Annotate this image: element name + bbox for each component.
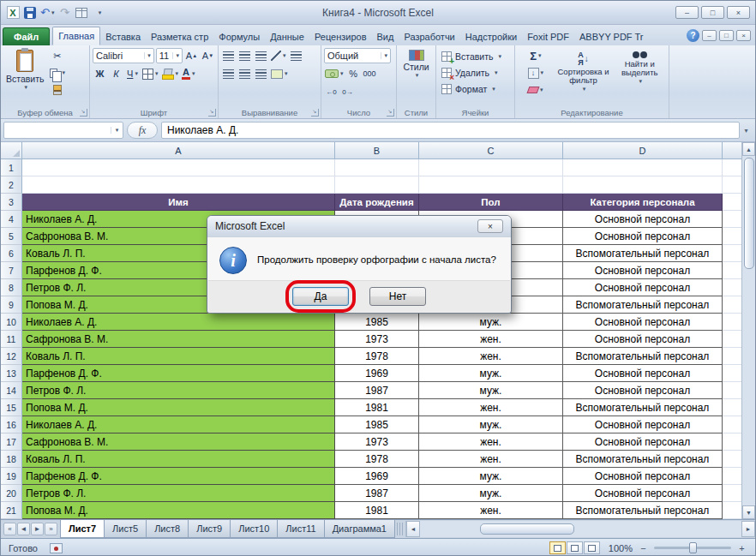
align-top-button[interactable] (221, 48, 236, 63)
cell-A18[interactable]: Коваль Л. П. (22, 451, 335, 468)
row-header-1[interactable]: 1 (1, 159, 22, 176)
column-header-B[interactable]: B (335, 142, 419, 159)
workbook-close-button[interactable]: × (736, 30, 751, 41)
cell-C14[interactable]: муж. (419, 382, 563, 399)
increase-decimal-button[interactable]: ←0 (324, 84, 339, 99)
insert-function-button[interactable]: fx (127, 122, 158, 139)
cell-E15[interactable] (723, 399, 743, 416)
cell-A17[interactable]: Сафронова В. М. (22, 433, 335, 451)
cell-E18[interactable] (723, 451, 743, 468)
cell-A10[interactable]: Николаев А. Д. (22, 314, 335, 331)
prev-sheet-icon[interactable]: ◄ (17, 523, 30, 535)
orientation-button[interactable]: ▾ (270, 48, 287, 63)
cell-B13[interactable]: 1969 (335, 365, 419, 382)
fill-button[interactable]: ↓▾ (518, 65, 554, 81)
ribbon-tab-Данные[interactable]: Данные (265, 28, 309, 45)
redo-button[interactable]: ↷ (57, 5, 71, 21)
percent-style-button[interactable]: % (346, 66, 361, 81)
font-color-button[interactable]: А▾ (181, 66, 195, 81)
excel-app-icon[interactable]: X (6, 5, 20, 21)
cell-C21[interactable]: жен. (419, 502, 563, 519)
wrap-text-button[interactable] (289, 48, 303, 63)
cell-D19[interactable]: Основной персонал (563, 468, 723, 485)
row-header-8[interactable]: 8 (1, 279, 22, 296)
first-sheet-icon[interactable]: « (3, 523, 16, 535)
row-header-10[interactable]: 10 (1, 314, 22, 331)
dialog-close-icon[interactable]: × (477, 219, 503, 233)
cell-B10[interactable]: 1985 (335, 314, 419, 331)
cell-E5[interactable] (723, 228, 743, 245)
cell-D14[interactable]: Основной персонал (563, 382, 723, 399)
close-button[interactable]: × (727, 6, 750, 19)
sheet-tab-Лист9[interactable]: Лист9 (188, 520, 231, 538)
grow-font-button[interactable]: А▲ (184, 48, 199, 63)
find-select-button[interactable]: Найти и выделить ▾ (613, 48, 666, 106)
cell-B18[interactable]: 1978 (335, 451, 419, 468)
cell-D9[interactable]: Вспомогательный персонал (563, 296, 723, 314)
ribbon-tab-Надстройки[interactable]: Надстройки (460, 28, 522, 45)
italic-button[interactable]: К (109, 66, 123, 81)
row-header-15[interactable]: 15 (1, 399, 22, 416)
column-header-partial[interactable] (723, 142, 743, 159)
cell-E12[interactable] (723, 348, 743, 365)
copy-button[interactable]: ▾ (49, 65, 67, 81)
cell-B21[interactable]: 1981 (335, 502, 419, 519)
cell-C16[interactable]: муж. (419, 416, 563, 433)
cell-E21[interactable] (723, 502, 743, 519)
cell-A20[interactable]: Петров Ф. Л. (22, 485, 335, 502)
horizontal-scrollbar[interactable]: ◄ ► (405, 521, 755, 537)
cell-B2[interactable] (335, 176, 419, 194)
cell-B14[interactable]: 1987 (335, 382, 419, 399)
cell-A15[interactable]: Попова М. Д. (22, 399, 335, 416)
cell-D20[interactable]: Основной персонал (563, 485, 723, 502)
cell-A11[interactable]: Сафронова В. М. (22, 331, 335, 348)
sheet-tab-Лист8[interactable]: Лист8 (146, 520, 189, 538)
zoom-slider-thumb[interactable] (689, 542, 697, 553)
cell-A13[interactable]: Парфенов Д. Ф. (22, 365, 335, 382)
cell-B16[interactable]: 1985 (335, 416, 419, 433)
name-box[interactable]: ▾ (3, 122, 123, 139)
tab-split-handle[interactable] (397, 523, 403, 535)
row-header-4[interactable]: 4 (1, 211, 22, 228)
row-header-7[interactable]: 7 (1, 262, 22, 279)
insert-cells-button[interactable]: Вставить▾ (439, 48, 512, 64)
delete-cells-button[interactable]: Удалить▾ (439, 64, 512, 81)
row-header-12[interactable]: 12 (1, 348, 22, 365)
cell-E13[interactable] (723, 365, 743, 382)
row-header-6[interactable]: 6 (1, 245, 22, 262)
ribbon-tab-Главная[interactable]: Главная (52, 27, 100, 45)
ribbon-tab-Рецензиров[interactable]: Рецензиров (309, 28, 372, 45)
cell-B3[interactable]: Дата рождения (335, 194, 419, 211)
help-icon[interactable]: ? (687, 29, 699, 42)
number-format-combo[interactable]: Общий▾ (324, 48, 391, 63)
font-family-combo[interactable]: Calibri▾ (93, 48, 154, 63)
ribbon-tab-Разработчи[interactable]: Разработчи (399, 28, 459, 45)
clipboard-dialog-launcher[interactable]: ↘ (80, 109, 87, 117)
row-header-16[interactable]: 16 (1, 416, 22, 433)
borders-button[interactable]: ▾ (141, 66, 159, 81)
cell-E11[interactable] (723, 331, 743, 348)
cell-D16[interactable]: Основной персонал (563, 416, 723, 433)
cell-D6[interactable]: Вспомогательный персонал (563, 245, 723, 262)
save-button[interactable] (23, 5, 37, 21)
cell-E16[interactable] (723, 416, 743, 433)
cell-B12[interactable]: 1978 (335, 348, 419, 365)
row-header-19[interactable]: 19 (1, 468, 22, 485)
number-dialog-launcher[interactable]: ↘ (387, 109, 394, 117)
cell-D5[interactable]: Основной персонал (563, 228, 723, 245)
next-sheet-icon[interactable]: ► (31, 523, 44, 535)
vertical-scroll-thumb[interactable] (744, 158, 754, 269)
column-header-A[interactable]: A (22, 142, 335, 159)
sheet-tab-Лист10[interactable]: Лист10 (230, 520, 278, 538)
last-sheet-icon[interactable]: » (45, 523, 57, 535)
row-header-17[interactable]: 17 (1, 433, 22, 451)
cell-A2[interactable] (22, 176, 335, 194)
shrink-font-button[interactable]: А▼ (201, 48, 215, 63)
merge-center-button[interactable]: ▾ (270, 66, 289, 81)
workbook-restore-button[interactable]: □ (719, 30, 734, 41)
align-right-button[interactable] (254, 66, 268, 81)
bold-button[interactable]: Ж (93, 66, 107, 81)
sheet-tab-Лист11[interactable]: Лист11 (277, 520, 324, 538)
horizontal-scroll-thumb[interactable] (480, 523, 574, 535)
cell-E2[interactable] (723, 176, 743, 194)
